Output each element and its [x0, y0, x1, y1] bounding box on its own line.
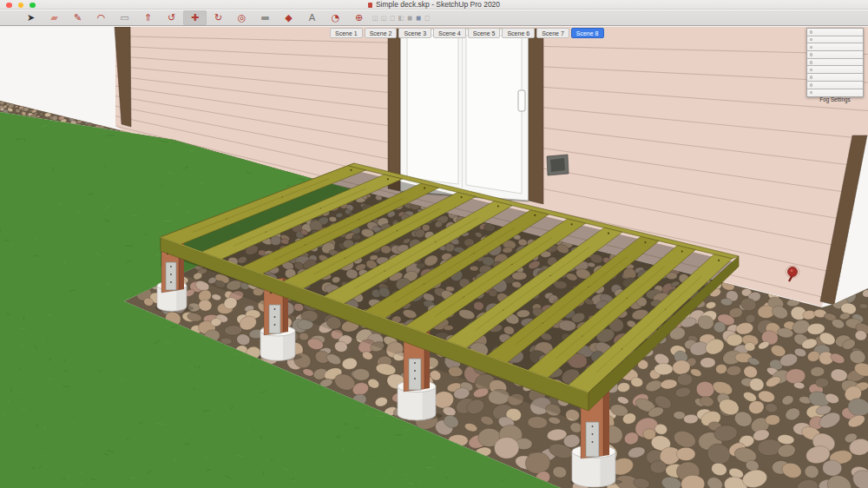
scene-tab-4[interactable]: Scene 4 [433, 28, 466, 38]
tray-panel-tags[interactable]: Tags [807, 36, 863, 44]
window-title: Simple deck.skp - SketchUp Pro 2020 [0, 0, 868, 10]
orbit-tool[interactable]: ◔ [324, 10, 347, 25]
eraser-tool[interactable]: ▰ [43, 10, 66, 25]
tray-panel-soften-smooth-edges[interactable]: Soften/Smooth Edges [807, 74, 863, 82]
line-tool[interactable]: ✎ [66, 10, 89, 25]
rectangle-tool[interactable]: ▭ [113, 10, 136, 25]
window-title-text: Simple deck.skp - SketchUp Pro 2020 [376, 0, 500, 9]
disclosure-icon [810, 61, 813, 64]
toolbar: ➤▰✎◠▭⇑↺✚↻◎▬◆A◔⊕◫◫◻◧◼◼◻ [0, 10, 868, 26]
monochrome-tool[interactable]: ◻ [423, 10, 431, 25]
scene-tab-7[interactable]: Scene 7 [536, 28, 569, 38]
scene-tab-bar: Scene 1Scene 2Scene 3Scene 4Scene 5Scene… [330, 28, 604, 38]
disclosure-icon [810, 46, 813, 49]
x-ray-tool[interactable]: ◫ [371, 10, 379, 25]
tray-panel-components[interactable]: Components [807, 59, 863, 67]
arc-tool[interactable]: ◠ [89, 10, 113, 25]
follow-me-tool[interactable]: ↺ [160, 10, 183, 25]
shaded-with-textures-tool[interactable]: ◼ [414, 10, 423, 25]
tray-panel-fog-settings[interactable]: Fog Settings [807, 89, 863, 97]
tape-measure-tool[interactable]: ▬ [253, 10, 277, 25]
tray-panel-label: Fog Settings [819, 96, 850, 102]
disclosure-icon [810, 30, 813, 34]
scene-tab-2[interactable]: Scene 2 [365, 28, 398, 38]
disclosure-icon [810, 38, 813, 42]
hidden-line-tool[interactable]: ◧ [397, 10, 405, 25]
disclosure-icon [810, 91, 813, 95]
door-panel-right [466, 36, 522, 194]
tray-panel-entity-info[interactable]: Entity Info [807, 29, 863, 36]
door-handle [518, 90, 525, 111]
zoom-tool[interactable]: ⊕ [347, 10, 371, 25]
paint-bucket-tool[interactable]: ◆ [277, 10, 300, 25]
post-bracket [586, 422, 599, 457]
disclosure-icon [810, 76, 813, 79]
select-tool[interactable]: ➤ [19, 10, 43, 25]
shaded-tool[interactable]: ◼ [405, 10, 414, 25]
electrical-outlet [547, 155, 569, 175]
scene-tab-6[interactable]: Scene 6 [502, 28, 535, 38]
scene-tab-5[interactable]: Scene 5 [468, 28, 501, 38]
scene-tab-8[interactable]: Scene 8 [571, 28, 604, 38]
tray-panel-shadow-settings[interactable]: Shadow Settings [807, 82, 863, 89]
document-icon [368, 3, 372, 8]
tray-panel-outliner[interactable]: Outliner [807, 51, 863, 59]
door-panel-left [407, 36, 458, 184]
sketchup-window: Simple deck.skp - SketchUp Pro 2020 ➤▰✎◠… [0, 0, 868, 488]
disclosure-icon [810, 53, 813, 56]
door-trim-left [388, 29, 400, 191]
move-tool[interactable]: ✚ [183, 10, 207, 25]
offset-tool[interactable]: ◎ [230, 10, 253, 25]
door-trim-right [529, 29, 543, 204]
titlebar: Simple deck.skp - SketchUp Pro 2020 [0, 0, 868, 10]
disclosure-icon [810, 83, 813, 87]
rotate-tool[interactable]: ↻ [207, 10, 230, 25]
scene-tab-1[interactable]: Scene 1 [330, 28, 363, 38]
default-tray: Entity InfoTagsScenesOutlinerComponentsS… [806, 28, 864, 97]
viewport-3d[interactable]: Scene 1Scene 2Scene 3Scene 4Scene 5Scene… [0, 27, 868, 488]
back-edges-tool[interactable]: ◫ [379, 10, 388, 25]
text-tool[interactable]: A [300, 10, 324, 25]
wireframe-tool[interactable]: ◻ [388, 10, 397, 25]
tray-panel-scenes[interactable]: Scenes [807, 43, 863, 51]
tray-panel-styles[interactable]: Styles [807, 66, 863, 74]
scene-tab-3[interactable]: Scene 3 [398, 28, 431, 38]
push-pull-tool[interactable]: ⇑ [136, 10, 160, 25]
disclosure-icon [810, 69, 813, 72]
viewport-canvas[interactable] [0, 27, 868, 488]
